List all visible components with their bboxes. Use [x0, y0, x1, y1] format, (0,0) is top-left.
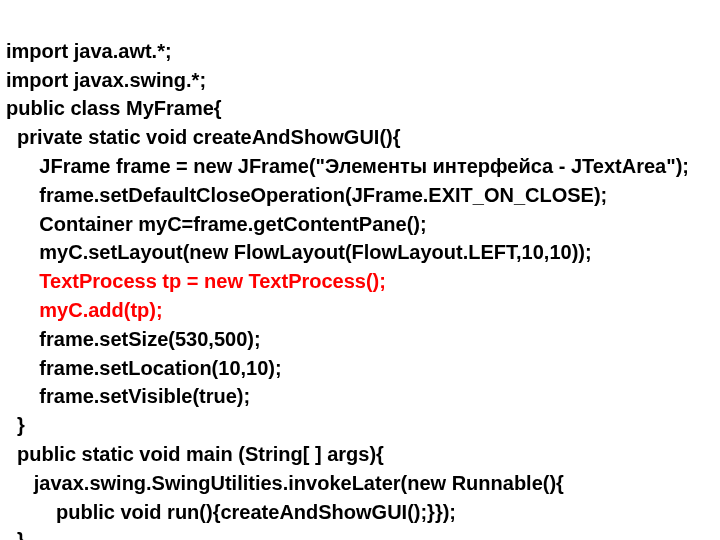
- code-line: }: [6, 414, 25, 436]
- code-line: public static void main (String[ ] args)…: [6, 443, 384, 465]
- code-line-highlight: myC.add(tp);: [6, 299, 163, 321]
- code-line: public void run(){createAndShowGUI();}})…: [6, 501, 456, 523]
- code-line: }: [6, 529, 25, 540]
- code-line: frame.setVisible(true);: [6, 385, 250, 407]
- code-line: javax.swing.SwingUtilities.invokeLater(n…: [6, 472, 564, 494]
- code-line: Container myC=frame.getContentPane();: [6, 213, 427, 235]
- code-line: frame.setLocation(10,10);: [6, 357, 282, 379]
- code-line: myC.setLayout(new FlowLayout(FlowLayout.…: [6, 241, 592, 263]
- code-line: public class MyFrame{: [6, 97, 222, 119]
- code-line: frame.setDefaultCloseOperation(JFrame.EX…: [6, 184, 607, 206]
- code-line: import java.awt.*;: [6, 40, 172, 62]
- code-line: frame.setSize(530,500);: [6, 328, 261, 350]
- code-line: private static void createAndShowGUI(){: [6, 126, 401, 148]
- code-line-highlight: TextProcess tp = new TextProcess();: [6, 270, 386, 292]
- code-snippet: import java.awt.*; import javax.swing.*;…: [0, 0, 720, 540]
- code-line: JFrame frame = new JFrame("Элементы инте…: [6, 155, 689, 177]
- code-line: import javax.swing.*;: [6, 69, 206, 91]
